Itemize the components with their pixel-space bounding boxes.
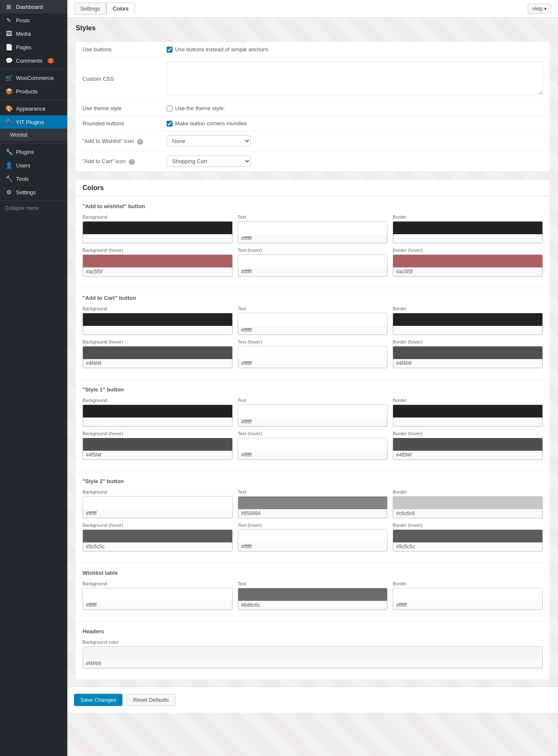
color-value-input-text4[interactable] [238,509,388,518]
color-value-input-text1h[interactable] [238,267,388,276]
sidebar-item-wishlist[interactable]: Wishlist [0,129,67,141]
color-swatch-text5[interactable] [238,588,388,601]
color-swatch-container-text2h[interactable] [238,346,388,368]
color-value-input-bg1h[interactable] [83,267,232,276]
tab-colors[interactable]: Colors [106,3,135,15]
color-swatch-text2h[interactable] [238,346,388,359]
color-value-input-bg4[interactable] [83,509,232,518]
color-swatch-bg4[interactable] [83,497,232,509]
color-value-input-border5[interactable] [393,601,542,610]
color-swatch-container-border2[interactable] [393,313,543,335]
color-swatch-container-bg1[interactable] [82,221,233,243]
color-swatch-border4h[interactable] [393,530,542,542]
color-swatch-bg2h[interactable] [83,346,232,359]
color-swatch-container-bg4h[interactable] [82,529,233,552]
color-swatch-border3h[interactable] [393,438,542,451]
color-swatch-container-bg5[interactable] [82,588,233,610]
color-swatch-bg2[interactable] [83,313,232,326]
color-value-input-bg3h[interactable] [83,451,232,460]
color-swatch-container-bg6[interactable] [82,646,543,669]
color-value-input-text4h[interactable] [238,542,388,551]
sidebar-item-appearance[interactable]: 🎨 Appearance [0,102,67,115]
color-value-input-text3h[interactable] [238,451,388,460]
color-swatch-text1[interactable] [238,222,388,234]
color-value-input-border3[interactable] [393,418,542,426]
sidebar-item-plugins[interactable]: 🔧 Plugins [0,145,67,159]
sidebar-item-tools[interactable]: 🔨 Tools [0,172,67,185]
rounded-buttons-checkbox[interactable] [167,121,173,127]
color-swatch-text3h[interactable] [238,438,388,451]
color-value-input-border1[interactable] [393,234,542,243]
color-value-input-border2h[interactable] [393,359,542,368]
color-swatch-container-bg4[interactable] [82,496,233,518]
color-swatch-bg5[interactable] [83,588,232,601]
color-swatch-container-border3[interactable] [393,404,543,427]
color-value-input-bg3[interactable] [83,418,232,426]
color-value-input-border3h[interactable] [393,451,542,460]
color-swatch-border3[interactable] [393,405,542,418]
color-value-input-border4h[interactable] [393,542,542,551]
color-value-input-text3[interactable] [238,418,388,426]
color-swatch-container-bg2[interactable] [82,313,233,335]
add-to-cart-icon-select[interactable]: None Shopping Cart [167,156,251,167]
color-swatch-container-text1h[interactable] [238,254,388,277]
sidebar-item-products[interactable]: 📦 Products [0,85,67,98]
sidebar-item-yit-plugins[interactable]: 🔌 YIT Plugins [0,115,67,129]
color-swatch-container-bg3[interactable] [82,404,233,427]
color-swatch-text4h[interactable] [238,530,388,542]
color-value-input-text5[interactable] [238,601,388,610]
color-swatch-text3[interactable] [238,405,388,418]
color-value-input-bg6[interactable] [83,659,542,668]
color-swatch-container-text4h[interactable] [238,529,388,552]
sidebar-item-media[interactable]: 🖼 Media [0,27,67,40]
sidebar-item-pages[interactable]: 📄 Pages [0,40,67,54]
color-swatch-bg3h[interactable] [83,438,232,451]
color-swatch-container-border1[interactable] [393,221,543,243]
color-swatch-container-text5[interactable] [238,588,388,610]
sidebar-item-woocommerce[interactable]: 🛒 WooCommerce [0,71,67,85]
color-value-input-border1h[interactable] [393,267,542,276]
sidebar-item-settings[interactable]: ⚙ Settings [0,185,67,199]
color-swatch-container-border4h[interactable] [393,529,543,552]
color-swatch-container-bg2h[interactable] [82,346,233,368]
color-value-input-text2[interactable] [238,326,388,335]
color-value-input-bg4h[interactable] [83,542,232,551]
color-swatch-border2[interactable] [393,313,542,326]
color-swatch-border4[interactable] [393,497,542,509]
color-swatch-container-bg3h[interactable] [82,438,233,460]
use-theme-style-checkbox[interactable] [167,106,173,111]
color-swatch-container-text4[interactable] [238,496,388,518]
help-button[interactable]: Help ▾ [528,4,551,14]
save-changes-button[interactable]: Save Changes [74,694,122,706]
color-swatch-container-text1[interactable] [238,221,388,243]
sidebar-item-users[interactable]: 👤 Users [0,159,67,172]
color-swatch-container-border1h[interactable] [393,254,543,277]
color-value-input-text2h[interactable] [238,359,388,368]
color-value-input-text1[interactable] [238,234,388,243]
sidebar-item-posts[interactable]: ✎ Posts [0,13,67,27]
color-swatch-bg3[interactable] [83,405,232,418]
color-swatch-bg1[interactable] [83,222,232,234]
color-swatch-bg4h[interactable] [83,530,232,542]
color-value-input-bg5[interactable] [83,601,232,610]
add-to-wishlist-icon-select[interactable]: None Heart Star [167,135,251,147]
color-swatch-container-border4[interactable] [393,496,543,518]
tab-settings[interactable]: Settings [74,3,106,15]
color-swatch-container-text3h[interactable] [238,438,388,460]
color-swatch-container-border5[interactable] [393,588,543,610]
color-value-input-bg2h[interactable] [83,359,232,368]
color-value-input-bg2[interactable] [83,326,232,335]
color-swatch-border5[interactable] [393,588,542,601]
color-value-input-border2[interactable] [393,326,542,335]
sidebar-item-comments[interactable]: 💬 Comments 1 [0,54,67,67]
use-buttons-checkbox[interactable] [167,47,173,53]
color-swatch-text1h[interactable] [238,255,388,267]
color-swatch-bg1h[interactable] [83,255,232,267]
color-swatch-text2[interactable] [238,313,388,326]
color-swatch-container-text2[interactable] [238,313,388,335]
color-swatch-text4[interactable] [238,497,388,509]
sidebar-item-dashboard[interactable]: ⊞ Dashboard [0,0,67,13]
color-swatch-border1[interactable] [393,222,542,234]
color-swatch-border1h[interactable] [393,255,542,267]
color-swatch-container-border3h[interactable] [393,438,543,460]
